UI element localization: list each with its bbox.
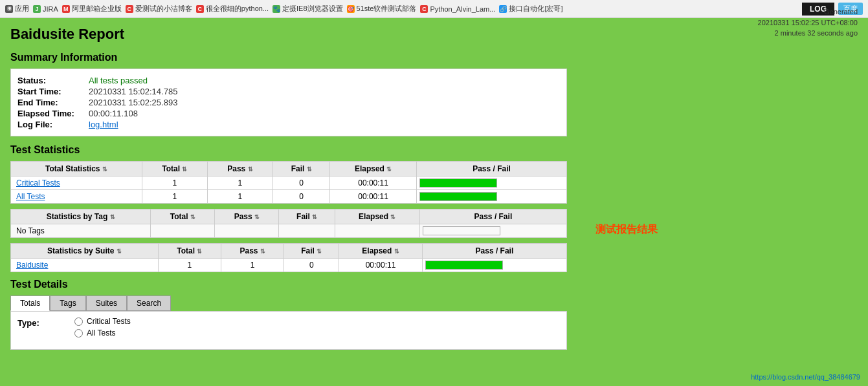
notags-fail: [279, 224, 335, 238]
summary-label-elapsed: Elapsed Time:: [17, 109, 89, 118]
bookmarks-blog1[interactable]: C 爱测试的小洁博客: [126, 4, 192, 14]
api-label: 接口自动化[宏哥]: [509, 4, 562, 14]
summary-label-start: Start Time:: [17, 87, 89, 96]
total-col-fail[interactable]: Fail ⇅: [273, 162, 330, 177]
all-pass: 1: [207, 190, 273, 204]
baidusite-pass-bar: [426, 261, 502, 269]
suite-statistics-table: Statistics by Suite ⇅ Total ⇅ Pass ⇅ Fai…: [10, 243, 567, 272]
generated-label: Generated: [758, 6, 858, 17]
alvin-icon: C: [420, 5, 428, 13]
bookmarks-mail[interactable]: M 阿里邮箱企业版: [62, 4, 122, 14]
total-col-elapsed[interactable]: Elapsed ⇅: [330, 162, 417, 177]
test-statistics-title: Test Statistics: [10, 144, 858, 156]
tag-col-fail[interactable]: Fail ⇅: [279, 209, 335, 224]
all-passfail-bar: [416, 190, 566, 204]
bookmarks-python[interactable]: C 很全很细的python...: [196, 4, 269, 14]
suite-col-pass[interactable]: Pass ⇅: [221, 244, 284, 259]
critical-total: 1: [142, 177, 207, 190]
tab-totals[interactable]: Totals: [10, 295, 50, 311]
total-col-pass[interactable]: Pass ⇅: [207, 162, 273, 177]
test-details-section: Test Details Totals Tags Suites Search T…: [10, 279, 858, 350]
tab-search[interactable]: Search: [127, 295, 171, 311]
bookmarks-jira[interactable]: J JIRA: [33, 5, 58, 13]
tag-col-total[interactable]: Total ⇅: [151, 209, 215, 224]
tag-col-elapsed[interactable]: Elapsed ⇅: [335, 209, 419, 224]
total-col-total[interactable]: Total ⇅: [142, 162, 207, 177]
summary-label-status: Status:: [17, 76, 89, 85]
python-icon: C: [196, 5, 204, 13]
radio-critical[interactable]: Critical Tests: [74, 317, 131, 326]
baidusite-link[interactable]: Baidusite: [11, 259, 159, 272]
critical-pass-bar: [420, 179, 496, 187]
summary-row-status: Status: All tests passed: [17, 76, 560, 85]
summary-row-end: End Time: 20210331 15:02:25.893: [17, 98, 560, 107]
critical-tests-link[interactable]: Critical Tests: [11, 177, 142, 190]
all-total: 1: [142, 190, 207, 204]
tag-stats-header: Statistics by Tag ⇅: [11, 209, 151, 224]
bookmarks-51ste[interactable]: 🎯 51ste软件测试部落: [347, 4, 417, 14]
summary-label-end: End Time:: [17, 98, 89, 107]
bottom-csdn-link[interactable]: https://blog.csdn.net/qq_38484679: [751, 373, 860, 381]
blog1-label: 爱测试的小洁博客: [135, 4, 192, 14]
suite-col-fail[interactable]: Fail ⇅: [284, 244, 339, 259]
apps-icon: ⊞: [5, 5, 13, 13]
51ste-label: 51ste软件测试部落: [357, 4, 417, 14]
tab-suites[interactable]: Suites: [86, 295, 127, 311]
radio-critical-input[interactable]: [74, 317, 83, 326]
summary-row-log: Log File: log.html: [17, 120, 560, 129]
tag-statistics-table: Statistics by Tag ⇅ Total ⇅ Pass ⇅ Fail …: [10, 209, 567, 238]
summary-label-log: Log File:: [17, 120, 89, 129]
baidusite-pass: 1: [221, 259, 284, 272]
bookmarks-ie[interactable]: 🐾 定摄IE8浏览器设置: [273, 4, 343, 14]
tab-tags[interactable]: Tags: [50, 295, 85, 311]
mail-label: 阿里邮箱企业版: [72, 4, 122, 14]
suite-col-total[interactable]: Total ⇅: [158, 244, 221, 259]
radio-all[interactable]: All Tests: [74, 328, 131, 338]
browser-bookmarks-bar: ⊞ 应用 J JIRA M 阿里邮箱企业版 C 爱测试的小洁博客 C 很全很细的…: [0, 0, 868, 18]
notags-passfail-bar: [419, 224, 566, 238]
type-row: Type: Critical Tests All Tests: [17, 317, 560, 338]
table-row: All Tests 1 1 0 00:00:11: [11, 190, 567, 204]
baidusite-fail: 0: [284, 259, 339, 272]
summary-value-elapsed: 00:00:11.108: [89, 109, 138, 118]
python-label: 很全很细的python...: [206, 4, 269, 14]
test-details-content: Type: Critical Tests All Tests: [10, 311, 567, 350]
all-tests-link[interactable]: All Tests: [11, 190, 142, 204]
summary-title: Summary Information: [10, 52, 858, 63]
summary-row-start: Start Time: 20210331 15:02:14.785: [17, 87, 560, 96]
radio-all-input[interactable]: [74, 329, 83, 338]
ie-icon: 🐾: [273, 5, 280, 13]
generated-ago: 2 minutes 32 seconds ago: [758, 28, 858, 39]
bookmarks-apps[interactable]: ⊞ 应用: [5, 4, 29, 14]
suite-stats-header: Statistics by Suite ⇅: [11, 244, 159, 259]
table-row: No Tags: [11, 224, 567, 238]
bookmarks-alvin[interactable]: C Python_Alvin_Lam...: [420, 5, 495, 13]
baidusite-total: 1: [158, 259, 221, 272]
radio-critical-label: Critical Tests: [87, 317, 131, 326]
baidusite-passfail-bar: [422, 259, 566, 272]
summary-value-start: 20210331 15:02:14.785: [89, 87, 177, 96]
alvin-label: Python_Alvin_Lam...: [430, 5, 495, 13]
table-row: Critical Tests 1 1 0 00:00:11: [11, 177, 567, 190]
baidusite-elapsed: 00:00:11: [339, 259, 423, 272]
mail-icon: M: [62, 5, 70, 13]
tag-col-pass[interactable]: Pass ⇅: [215, 209, 279, 224]
jira-label: JIRA: [43, 5, 58, 13]
notags-pass: [215, 224, 279, 238]
table-row: Baidusite 1 1 0 00:00:11: [11, 259, 567, 272]
annotation-text: 测试报告结果: [595, 223, 658, 237]
suite-col-elapsed[interactable]: Elapsed ⇅: [339, 244, 423, 259]
summary-row-elapsed: Elapsed Time: 00:00:11.108: [17, 109, 560, 118]
51ste-icon: 🎯: [347, 5, 355, 13]
notags-total: [151, 224, 215, 238]
all-fail: 0: [273, 190, 330, 204]
summary-value-log[interactable]: log.html: [89, 120, 118, 129]
bookmarks-api[interactable]: 🔗 接口自动化[宏哥]: [499, 4, 562, 14]
total-statistics-table: Total Statistics ⇅ Total ⇅ Pass ⇅ Fail ⇅…: [10, 161, 567, 204]
report-title: Baidusite Report: [10, 26, 124, 43]
generated-datetime: 20210331 15:02:25 UTC+08:00: [758, 17, 858, 28]
critical-elapsed: 00:00:11: [330, 177, 417, 190]
type-label: Type:: [17, 318, 69, 328]
generated-info: Generated 20210331 15:02:25 UTC+08:00 2 …: [758, 6, 858, 39]
all-pass-bar: [420, 193, 496, 200]
